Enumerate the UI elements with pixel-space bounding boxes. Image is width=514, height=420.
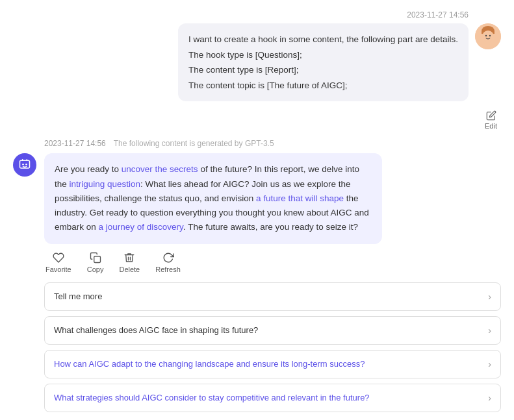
suggestion-1[interactable]: Tell me more › xyxy=(44,282,501,311)
refresh-label: Refresh xyxy=(155,266,181,273)
suggestion-3-text: How can AIGC adapt to the changing lands… xyxy=(54,358,483,370)
favorite-button[interactable]: Favorite xyxy=(45,252,71,273)
favorite-label: Favorite xyxy=(45,266,71,273)
user-timestamp: 2023-11-27 14:56 xyxy=(407,10,469,19)
ai-avatar xyxy=(13,153,36,177)
delete-button[interactable]: Delete xyxy=(119,252,140,273)
suggestion-4[interactable]: What strategies should AIGC consider to … xyxy=(44,384,501,412)
suggestions-list: Tell me more › What challenges does AIGC… xyxy=(44,282,501,413)
delete-label: Delete xyxy=(119,266,140,273)
user-message-line-1: I want to create a hook in some content,… xyxy=(188,32,458,47)
ai-bubble: Are you ready to uncover the secrets of … xyxy=(44,153,382,243)
suggestion-2-text: What challenges does AIGC face in shapin… xyxy=(54,325,483,336)
edit-row: Edit xyxy=(13,109,501,131)
ai-message-content: 2023-11-27 14:56 The following content i… xyxy=(44,139,382,273)
ai-timestamp: 2023-11-27 14:56 xyxy=(44,139,106,148)
chat-container: 2023-11-27 14:56 I want to create a hook… xyxy=(0,0,514,420)
copy-button[interactable]: Copy xyxy=(87,252,104,273)
user-message-row: 2023-11-27 14:56 I want to create a hook… xyxy=(13,10,501,101)
user-bubble: I want to create a hook in some content,… xyxy=(178,23,469,101)
edit-button[interactable]: Edit xyxy=(481,109,501,131)
ai-header: 2023-11-27 14:56 The following content i… xyxy=(44,139,382,148)
suggestion-1-arrow: › xyxy=(488,291,491,302)
suggestion-4-text: What strategies should AIGC consider to … xyxy=(54,392,483,404)
action-bar: Favorite Copy Delete xyxy=(45,252,382,273)
svg-point-6 xyxy=(22,164,24,166)
suggestion-1-text: Tell me more xyxy=(54,291,483,303)
user-message-content: 2023-11-27 14:56 I want to create a hook… xyxy=(178,10,469,101)
ai-message-row: 2023-11-27 14:56 The following content i… xyxy=(13,139,501,273)
suggestion-4-arrow: › xyxy=(488,393,491,403)
user-message-line-2: The hook type is [Questions]; xyxy=(188,48,458,62)
svg-point-2 xyxy=(482,31,494,42)
refresh-button[interactable]: Refresh xyxy=(155,252,181,273)
suggestion-3-arrow: › xyxy=(488,359,491,369)
ai-message-text: Are you ready to uncover the secrets of … xyxy=(55,164,369,232)
ai-generated-label: The following content is generated by GP… xyxy=(114,139,274,148)
svg-point-4 xyxy=(489,35,491,36)
avatar xyxy=(475,23,501,49)
user-message-line-4: The content topic is [The future of AIGC… xyxy=(188,79,458,93)
svg-point-3 xyxy=(485,35,487,36)
suggestion-3[interactable]: How can AIGC adapt to the changing lands… xyxy=(44,350,501,378)
copy-label: Copy xyxy=(87,266,104,273)
user-message-line-3: The content type is [Report]; xyxy=(188,63,458,77)
suggestion-2-arrow: › xyxy=(488,325,491,336)
svg-rect-8 xyxy=(94,256,100,262)
svg-point-7 xyxy=(25,164,27,166)
suggestion-2[interactable]: What challenges does AIGC face in shapin… xyxy=(44,316,501,345)
